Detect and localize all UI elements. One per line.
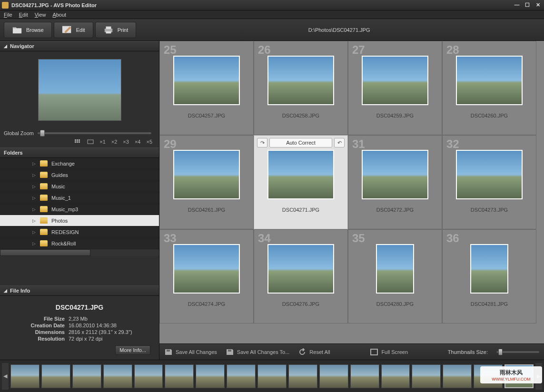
folder-item-exchange[interactable]: ▷Exchange (0, 158, 159, 169)
thumb-image (470, 244, 508, 294)
folder-icon (40, 240, 48, 246)
edit-button[interactable]: Edit (54, 22, 93, 38)
folder-label: Guides (51, 172, 68, 178)
filmstrip-thumb[interactable] (227, 364, 256, 388)
svg-rect-12 (228, 350, 231, 352)
thumbnail-DSC04260.JPG[interactable]: 28DSC04260.JPG (442, 41, 536, 135)
svg-rect-8 (77, 141, 78, 143)
more-info-button[interactable]: More Info... (115, 345, 150, 355)
watermark: 雨林木风 WWW.YLMFU.COM (480, 366, 542, 383)
thumb-filename: DSC04276.JPG (282, 301, 319, 307)
expand-arrow-icon: ▷ (32, 241, 36, 246)
thumbnail-DSC04261.JPG[interactable]: 29DSC04261.JPG (159, 135, 254, 229)
browse-button[interactable]: Browse (4, 22, 52, 38)
thumbnail-DSC04281.JPG[interactable]: 36DSC04281.JPG (442, 229, 536, 323)
thumbnail-DSC04259.JPG[interactable]: 27DSC04259.JPG (348, 41, 442, 135)
thumb-index: 29 (164, 137, 177, 151)
folder-item-guides[interactable]: ▷Guides (0, 169, 159, 181)
filmstrip-prev[interactable]: ◀ (2, 363, 9, 390)
navigator-header[interactable]: ◢Navigator (0, 41, 159, 51)
edit-label: Edit (76, 27, 85, 33)
save-all-to-button[interactable]: Save All Changes To... (226, 348, 289, 356)
thumb-filename: DSC04281.JPG (471, 301, 508, 307)
grid-icon[interactable] (75, 139, 81, 144)
svg-rect-5 (77, 139, 78, 141)
thumbnail-DSC04271.JPG[interactable]: ↷Auto Correct↶DSC04271.JPG (254, 135, 348, 229)
folder-item-music[interactable]: ▷Music (0, 181, 159, 192)
navigator-preview[interactable] (38, 59, 121, 121)
filmstrip-thumb[interactable] (41, 364, 70, 388)
menu-view[interactable]: View (35, 12, 46, 18)
folder-scrollbar[interactable] (0, 249, 159, 256)
filmstrip-thumb[interactable] (134, 364, 163, 388)
app-icon (2, 2, 9, 9)
fullscreen-button[interactable]: Full Screen (370, 348, 408, 356)
thumbnail-DSC04258.JPG[interactable]: 26DSC04258.JPG (254, 41, 348, 135)
zoom-slider[interactable] (38, 132, 151, 134)
save-all-button[interactable]: Save All Changes (164, 348, 217, 356)
auto-correct-button[interactable]: Auto Correct (269, 138, 332, 147)
rotate-left-button[interactable]: ↶ (334, 138, 345, 147)
close-button[interactable]: ✕ (534, 2, 542, 9)
folder-item-rock&roll[interactable]: ▷Rock&Roll (0, 238, 159, 249)
thumbnail-DSC04274.JPG[interactable]: 33DSC04274.JPG (159, 229, 254, 323)
svg-rect-9 (79, 141, 80, 143)
thumb-image (376, 244, 414, 294)
thumb-index: 35 (352, 232, 365, 245)
menu-edit[interactable]: Edit (19, 12, 28, 18)
fileinfo-header[interactable]: ◢File Info (0, 285, 159, 296)
svg-rect-6 (79, 139, 80, 141)
thumb-filename: DSC04259.JPG (376, 113, 414, 118)
folder-item-redesign[interactable]: ▷REDESIGN (0, 226, 159, 238)
filmstrip-thumb[interactable] (165, 364, 194, 388)
thumb-index: 32 (446, 137, 459, 151)
folder-icon (40, 172, 48, 178)
filmstrip-thumb[interactable] (103, 364, 132, 388)
filmstrip-thumb[interactable] (72, 364, 101, 388)
filmstrip-thumb[interactable] (196, 364, 225, 388)
folder-item-music_mp3[interactable]: ▷Music_mp3 (0, 204, 159, 215)
filmstrip-thumb[interactable] (10, 364, 40, 388)
bottom-toolbar: Save All Changes Save All Changes To... … (159, 343, 544, 360)
thumbnail-DSC04257.JPG[interactable]: 25DSC04257.JPG (159, 41, 254, 135)
filmstrip-thumb[interactable] (288, 364, 317, 388)
expand-arrow-icon: ▷ (32, 230, 36, 235)
filmstrip-thumb[interactable] (443, 364, 472, 388)
filmstrip-thumb[interactable] (350, 364, 379, 388)
thumb-image (267, 244, 334, 294)
menu-file[interactable]: File (4, 12, 12, 18)
folders-header[interactable]: Folders (0, 147, 159, 158)
thumbnail-DSC04276.JPG[interactable]: 34DSC04276.JPG (254, 229, 348, 323)
thumbnail-DSC04272.JPG[interactable]: 31DSC04272.JPG (348, 135, 442, 229)
filmstrip-thumb[interactable] (412, 364, 441, 388)
folder-item-photos[interactable]: ▷Photos (0, 215, 159, 226)
thumb-size-slider[interactable] (496, 351, 539, 353)
save-icon (164, 348, 173, 356)
expand-arrow-icon: ▷ (32, 196, 36, 200)
folder-item-music_1[interactable]: ▷Music_1 (0, 192, 159, 204)
folder-label: Music_mp3 (51, 206, 78, 212)
window-title: DSC04271.JPG - AVS Photo Editor (11, 2, 513, 8)
filmstrip-thumb[interactable] (257, 364, 287, 388)
rotate-right-button[interactable]: ↷ (257, 138, 267, 147)
minimize-button[interactable]: — (513, 2, 521, 9)
expand-arrow-icon: ▷ (32, 207, 36, 212)
folder-label: Music (51, 184, 65, 189)
menu-about[interactable]: About (52, 12, 66, 18)
thumbnail-DSC04273.JPG[interactable]: 32DSC04273.JPG (442, 135, 536, 229)
maximize-button[interactable]: ☐ (523, 2, 532, 9)
print-button[interactable]: Print (95, 22, 137, 38)
navigator-panel (0, 51, 159, 128)
thumbnail-DSC04280.JPG[interactable]: 35DSC04280.JPG (348, 229, 442, 323)
zoom-label: Global Zoom (4, 130, 34, 136)
fileinfo-panel: DSC04271.JPG File Size2,23 Mb Creation D… (0, 296, 159, 360)
thumb-index: 28 (446, 43, 459, 57)
folder-label: Exchange (51, 161, 75, 167)
filmstrip-thumb[interactable] (381, 364, 410, 388)
fit-icon[interactable] (87, 139, 94, 144)
filmstrip-thumb[interactable] (319, 364, 348, 388)
reset-all-button[interactable]: Reset All (298, 348, 330, 356)
thumb-filename: DSC04260.JPG (471, 113, 508, 118)
thumb-filename: DSC04271.JPG (282, 207, 319, 213)
print-label: Print (118, 27, 129, 33)
